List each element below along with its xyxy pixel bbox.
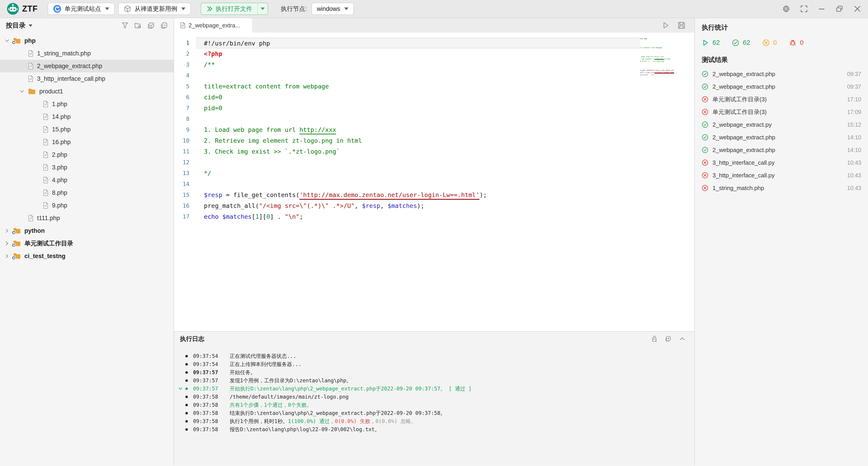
run-open-file-button[interactable]: 执行打开文件 [201, 3, 257, 14]
fullscreen-icon[interactable] [800, 5, 808, 13]
code-token: "\n" [285, 213, 300, 220]
log-segment: 发现1个用例，工作目录为D:\zentao\lang\php。 [230, 378, 351, 383]
line-number: 6 [174, 92, 189, 103]
tree-item-16.php[interactable]: 16.php [0, 136, 174, 148]
result-row[interactable]: 2_webpage_extract.php14:10 [702, 144, 861, 156]
tree-item-1_string_match.php[interactable]: 1_string_match.php [0, 47, 174, 60]
tree-item-15.php[interactable]: 15.php [0, 123, 174, 136]
tree-item-php[interactable]: php [0, 34, 174, 47]
minimap-token: http://xxx [655, 56, 664, 58]
chevron-down-icon[interactable] [20, 89, 28, 94]
tree-item-3.php[interactable]: 3.php [0, 161, 174, 174]
minimap[interactable]: #!/usr/bin/env php<?php/** title=extract… [640, 37, 674, 81]
tree-item-ci_test_testng[interactable]: ci_test_testng [0, 250, 174, 262]
tree-item-14.php[interactable]: 14.php [0, 110, 174, 123]
result-row[interactable]: 2_webpage_extract.php09:37 [702, 68, 861, 80]
code-token: ] [270, 213, 274, 220]
filter-icon[interactable] [122, 22, 128, 29]
code-line-2: <?php [196, 49, 640, 59]
cube-icon [124, 5, 131, 13]
tree-item-python[interactable]: python [0, 225, 174, 237]
check-select-icon[interactable] [147, 22, 155, 29]
tree-item-单元测试工作目录[interactable]: 单元测试工作目录 [0, 237, 174, 250]
code-token: title=extract content from webpage [204, 83, 329, 90]
run-options-caret[interactable] [257, 3, 268, 14]
chevron-down-icon[interactable] [178, 386, 185, 391]
save-file-icon[interactable] [678, 22, 685, 29]
result-row[interactable]: 1_string_match.php10:43 [702, 182, 861, 194]
execution-log-panel: 执行日志 [174, 331, 694, 466]
log-timestamp: 09:37:57 [193, 370, 227, 375]
tree-item-2.php[interactable]: 2.php [0, 148, 174, 161]
tree-item-9.php[interactable]: 9.php [0, 199, 174, 212]
log-bullet [185, 379, 193, 382]
result-row[interactable]: 2_webpage_extract.py15:12 [702, 118, 861, 131]
line-number: 11 [174, 146, 189, 157]
result-row[interactable]: 单元测试工作目录(3)17:09 [702, 106, 861, 118]
code-editor[interactable]: 1234567891011121314151617 #!/usr/bin/env… [174, 33, 694, 331]
code-token: echo [204, 213, 222, 220]
log-entry: 09:37:57发现1个用例，工作目录为D:\zentao\lang\php。 [174, 376, 694, 384]
exec-node-label: 执行节点: [281, 5, 307, 13]
log-bullet [185, 355, 193, 357]
tree-mode-label[interactable]: 按目录 [6, 21, 26, 30]
expand-log-icon[interactable] [665, 336, 672, 342]
tree-item-8.php[interactable]: 8.php [0, 186, 174, 199]
code-line-3: /** [196, 59, 640, 70]
code-token: $resp [362, 202, 380, 209]
editor-area: 2_webpage_extra... 1234 [174, 18, 694, 466]
log-entry: 09:37:54正在上传脚本到代理服务器... [174, 360, 694, 368]
line-number: 9 [174, 124, 189, 135]
tree-item-product1[interactable]: product1 [0, 85, 174, 98]
minimap-token: preg_match_all( [640, 72, 644, 74]
tree-item-label: 2.php [52, 151, 67, 158]
run-file-icon[interactable] [662, 22, 670, 29]
log-segment: 开始任务。 [230, 370, 256, 375]
tree-item-2_webpage_extract.php[interactable]: 2_webpage_extract.php [0, 60, 174, 72]
minimap-token: , [669, 72, 671, 74]
stat-value: 0 [800, 39, 804, 47]
collapse-all-icon[interactable] [160, 22, 168, 29]
unit-test-site-dropdown[interactable]: 单元测试站点 [48, 3, 115, 15]
minimize-icon[interactable] [818, 5, 826, 13]
folder-icon [28, 88, 36, 94]
new-folder-icon[interactable] [134, 22, 142, 29]
tab-2-webpage-extract[interactable]: 2_webpage_extra... [174, 18, 252, 33]
code-token: 1. Load web page from url [204, 126, 300, 133]
file-icon [28, 75, 33, 82]
restore-window-icon[interactable] [835, 5, 844, 13]
result-row[interactable]: 单元测试工作目录(3)17:10 [702, 93, 861, 106]
code-token: 3. Check img exist >> `.*zt-logo.png` [204, 148, 340, 155]
log-segment: 开始执行D:\zentao\lang\php\2_webpage_extract… [230, 386, 471, 391]
result-row[interactable]: 2_webpage_extract.php09:37 [702, 80, 861, 93]
exec-node-dropdown[interactable]: windows [311, 3, 354, 15]
code-line-1: #!/usr/bin/env php [196, 37, 640, 49]
tree-item-4.php[interactable]: 4.php [0, 174, 174, 186]
fail-icon [702, 96, 708, 103]
result-row[interactable]: 2_webpage_extract.php14:10 [702, 131, 861, 144]
result-row[interactable]: 3_http_interface_call.py10:43 [702, 169, 861, 182]
stat-play: 62 [702, 39, 720, 47]
clear-log-icon[interactable] [651, 336, 658, 342]
result-row[interactable]: 3_http_interface_call.py10:43 [702, 156, 861, 169]
pass-icon [702, 121, 708, 128]
tree-item-label: 1.php [52, 101, 67, 108]
minimap-token: . [648, 74, 651, 76]
log-segment: 1(100.0%) 通过， [288, 418, 335, 424]
code-content[interactable]: #!/usr/bin/env php<?php/**title=extract … [196, 37, 640, 331]
run-open-file-split-button: 执行打开文件 [201, 3, 268, 15]
minimap-token: 1. Load web page from url [640, 56, 655, 58]
code-line-5: title=extract content from webpage [196, 81, 640, 92]
settings-gear-icon[interactable] [782, 5, 790, 13]
close-icon[interactable] [854, 5, 861, 13]
minimap-line [640, 53, 674, 56]
log-bullet [185, 428, 193, 431]
tree-item-3_http_interface_call.php[interactable]: 3_http_interface_call.php [0, 72, 174, 85]
code-line-15: $resp = file_get_contents('http://max.de… [196, 190, 640, 200]
sync-from-zentao-dropdown[interactable]: 从禅道更新用例 [118, 3, 191, 15]
tree-item-1.php[interactable]: 1.php [0, 98, 174, 110]
line-number: 16 [174, 200, 189, 211]
result-name: 2_webpage_extract.php [712, 147, 775, 154]
collapse-panel-icon[interactable] [679, 336, 685, 342]
tree-item-t111.php[interactable]: t111.php [0, 212, 174, 225]
